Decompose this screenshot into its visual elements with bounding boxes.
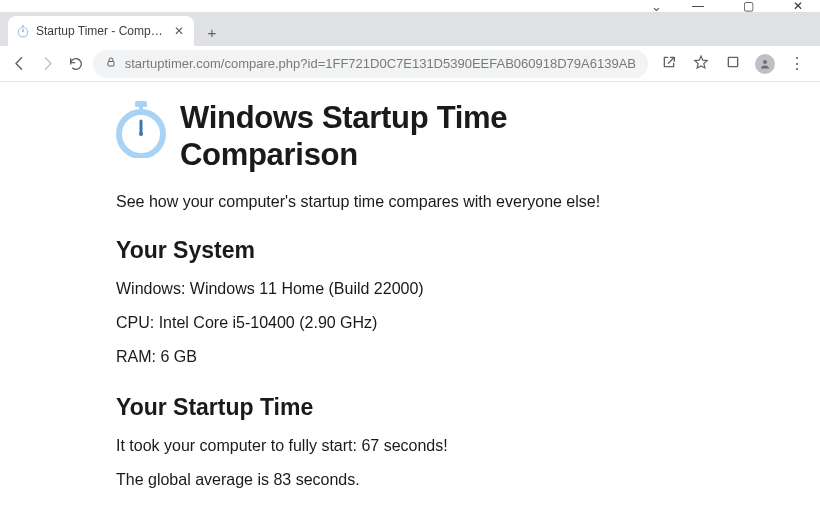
svg-rect-1: [22, 25, 24, 27]
section-startup-time-heading: Your Startup Time: [116, 394, 660, 421]
extensions-icon[interactable]: [722, 54, 744, 74]
browser-tab-active[interactable]: Startup Timer - Compare Windo… ✕: [8, 16, 194, 46]
page-viewport[interactable]: Windows Startup Time Comparison See how …: [0, 82, 820, 510]
page-content: Windows Startup Time Comparison See how …: [0, 82, 700, 510]
window-titlebar: ⌄ — ▢ ✕: [0, 0, 820, 12]
page-title: Windows Startup Time Comparison: [180, 100, 660, 173]
reload-button[interactable]: [64, 51, 86, 77]
startup-time-yours: It took your computer to fully start: 67…: [116, 437, 660, 455]
spec-ram: RAM: 6 GB: [116, 348, 660, 366]
lock-icon: [105, 56, 117, 71]
intro-text: See how your computer's startup time com…: [116, 193, 660, 211]
spec-cpu: CPU: Intel Core i5-10400 (2.90 GHz): [116, 314, 660, 332]
tab-close-button[interactable]: ✕: [172, 24, 186, 38]
section-your-system-heading: Your System: [116, 237, 660, 264]
bookmark-icon[interactable]: [690, 54, 712, 74]
window-minimize-button[interactable]: —: [684, 0, 712, 12]
profile-avatar[interactable]: [754, 54, 776, 74]
svg-point-5: [763, 60, 767, 64]
stopwatch-icon: [16, 24, 30, 38]
window-close-button[interactable]: ✕: [784, 0, 812, 12]
browser-toolbar: startuptimer.com/compare.php?id=1FF721D0…: [0, 46, 820, 82]
new-tab-button[interactable]: +: [198, 18, 226, 46]
stopwatch-icon: [116, 100, 166, 158]
back-button[interactable]: [8, 51, 30, 77]
tab-title: Startup Timer - Compare Windo…: [36, 24, 166, 38]
spec-os: Windows: Windows 11 Home (Build 22000): [116, 280, 660, 298]
svg-rect-4: [728, 57, 737, 66]
share-icon[interactable]: [658, 54, 680, 74]
forward-button[interactable]: [36, 51, 58, 77]
svg-rect-3: [108, 62, 114, 67]
svg-point-11: [139, 132, 143, 136]
address-bar[interactable]: startuptimer.com/compare.php?id=1FF721D0…: [93, 50, 648, 78]
tab-strip: Startup Timer - Compare Windo… ✕ +: [0, 12, 820, 46]
address-bar-url: startuptimer.com/compare.php?id=1FF721D0…: [125, 56, 636, 71]
window-chevron-icon[interactable]: ⌄: [651, 0, 662, 14]
startup-time-global: The global average is 83 seconds.: [116, 471, 660, 489]
window-maximize-button[interactable]: ▢: [734, 0, 762, 12]
browser-menu-button[interactable]: ⋮: [786, 54, 808, 73]
